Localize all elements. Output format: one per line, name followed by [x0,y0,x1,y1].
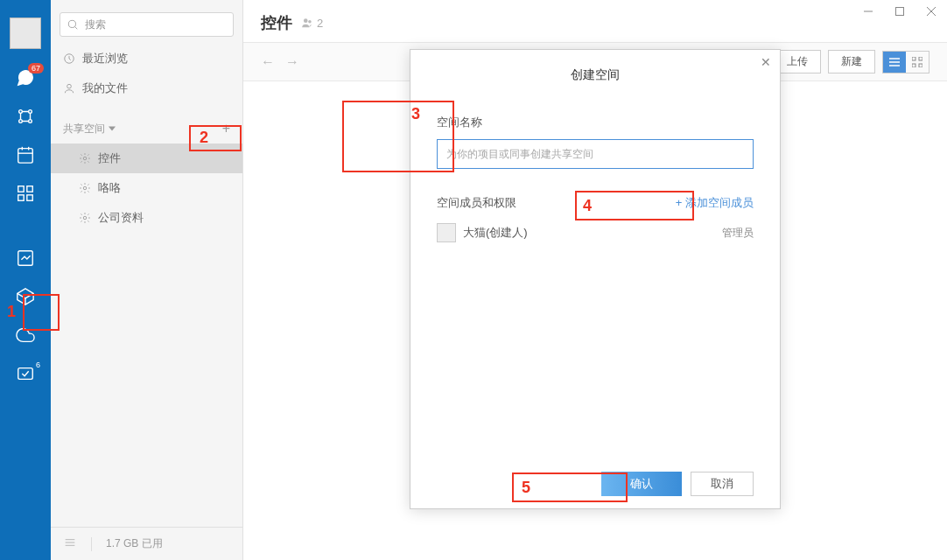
sidebar-footer: 1.7 GB 已用 [51,527,242,560]
svg-point-23 [83,216,87,220]
cloud-icon[interactable] [16,326,35,345]
sidebar-item-label: 我的文件 [82,80,128,96]
annotation-label-4: 4 [583,197,592,215]
sidebar-item-label: 咯咯 [98,180,121,196]
sidebar-item-myfiles[interactable]: 我的文件 [51,74,242,103]
svg-point-0 [19,110,23,114]
svg-point-1 [29,110,32,114]
add-space-button[interactable]: + [222,121,230,136]
members-label: 空间成员和权限 [437,195,516,211]
annotation-label-3: 3 [411,105,420,123]
modal-backdrop: ✕ 创建空间 空间名称 空间成员和权限 + 添加空间成员 大猫(创建人) 管理员 [243,0,947,560]
share-icon[interactable]: 6 [16,364,35,383]
menu-icon[interactable] [63,536,77,552]
member-name: 大猫(创建人) [463,225,528,241]
nav-rail: 67 6 [0,0,51,560]
sidebar-item-recent[interactable]: 最近浏览 [51,44,242,74]
confirm-button[interactable]: 确认 [601,472,682,496]
cube-icon[interactable] [16,287,35,306]
shared-header-toggle[interactable]: 共享空间 [63,122,116,136]
svg-rect-10 [18,195,24,200]
storage-label: 1.7 GB 已用 [106,536,163,551]
svg-line-17 [74,26,77,29]
create-space-modal: ✕ 创建空间 空间名称 空间成员和权限 + 添加空间成员 大猫(创建人) 管理员 [410,49,781,509]
sidebar-item-label: 控件 [98,150,121,166]
sidebar-sub-item[interactable]: 公司资料 [51,203,242,233]
search-input[interactable] [60,12,234,37]
modal-title: 创建空间 [410,50,780,94]
space-name-input[interactable] [437,139,754,169]
sidebar-item-label: 最近浏览 [82,51,128,66]
svg-point-3 [29,120,32,123]
sidebar-item-label: 公司资料 [98,210,144,226]
annotation-label-2: 2 [200,129,208,147]
svg-point-21 [83,157,87,160]
svg-point-16 [68,20,75,27]
svg-rect-15 [18,368,33,380]
grid-icon[interactable] [16,184,35,203]
sidebar-sub-item[interactable]: 控件 [51,144,242,173]
svg-point-22 [83,186,87,190]
apps-icon[interactable] [16,107,35,126]
member-row: 大猫(创建人) 管理员 [437,223,754,242]
svg-point-2 [19,120,23,123]
svg-rect-11 [27,195,32,200]
sidebar-sub-item[interactable]: 咯咯 [51,173,242,203]
modal-close-button[interactable]: ✕ [761,55,771,69]
annotation-label-1: 1 [7,303,16,321]
chat-icon[interactable]: 67 [16,68,35,88]
svg-marker-20 [109,127,116,131]
svg-rect-9 [27,186,32,192]
space-name-label: 空间名称 [437,115,754,130]
avatar[interactable] [10,18,41,49]
cancel-button[interactable]: 取消 [691,472,754,496]
svg-rect-4 [18,149,33,164]
calendar-icon[interactable] [16,145,35,164]
add-member-link[interactable]: + 添加空间成员 [676,195,754,211]
stats-icon[interactable] [16,248,35,268]
svg-rect-8 [18,186,24,192]
svg-point-19 [67,84,72,88]
member-avatar [437,223,456,242]
sidebar-section-shared: 共享空间 + [51,114,242,144]
member-role: 管理员 [722,226,754,241]
sidebar: 最近浏览 我的文件 共享空间 + 控件 咯咯 公司资料 [51,0,243,560]
search-icon [67,18,79,31]
chat-badge: 67 [28,63,44,74]
annotation-label-5: 5 [522,479,530,497]
main-content: 控件 2 ← → 上传 新建 [243,0,947,560]
